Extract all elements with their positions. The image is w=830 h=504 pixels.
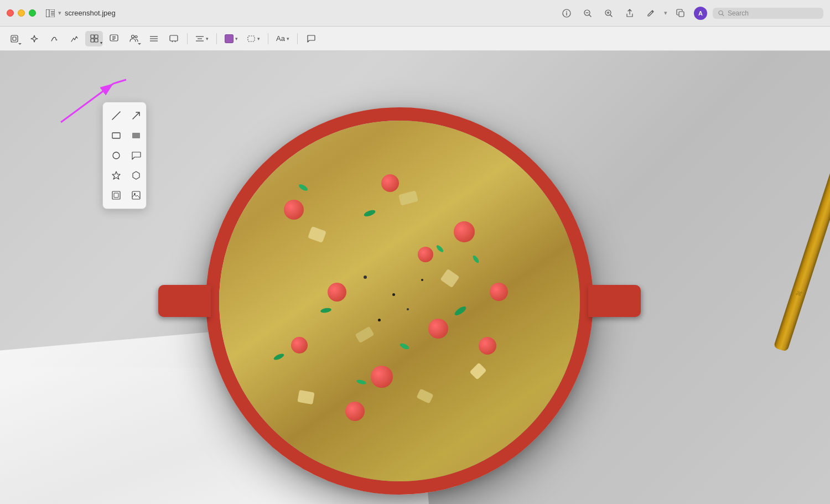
shape-item-speech-bubble[interactable] (127, 147, 145, 164)
svg-marker-45 (112, 172, 120, 179)
font-button[interactable]: Aa ▾ (273, 31, 293, 46)
svg-rect-15 (679, 12, 684, 17)
shape-item-arrow[interactable] (127, 107, 145, 124)
svg-marker-46 (133, 172, 139, 179)
traffic-lights (7, 9, 36, 17)
shapes-button[interactable]: ▾ (85, 31, 103, 46)
border-button[interactable]: ▾ (243, 31, 263, 46)
svg-rect-21 (95, 35, 98, 38)
shape-item-frame[interactable] (107, 186, 125, 204)
pan-handle-right (588, 285, 641, 317)
account-button[interactable]: A (694, 7, 707, 20)
magic-select-button[interactable] (25, 31, 43, 46)
font-label: Aa (276, 34, 285, 43)
svg-rect-33 (170, 35, 178, 41)
shape-item-circle[interactable] (107, 147, 125, 164)
zoom-in-button[interactable] (601, 6, 616, 21)
info-button[interactable] (559, 6, 574, 21)
fill-color-swatch (225, 34, 234, 43)
pencil-button[interactable] (643, 6, 658, 21)
fill-color-button[interactable]: ▾ (221, 31, 241, 46)
pencil-dropdown-chevron[interactable]: ▾ (664, 9, 667, 17)
title-bar: ▾ screenshot.jpeg (0, 0, 830, 27)
svg-rect-49 (132, 191, 140, 199)
shapes-dropdown (102, 102, 147, 209)
window-title: screenshot.jpeg (65, 9, 116, 17)
text-button[interactable] (105, 31, 123, 46)
svg-rect-19 (13, 37, 16, 40)
shape-item-rectangle[interactable] (107, 127, 125, 144)
search-icon (718, 10, 724, 17)
title-bar-actions: ▾ A (559, 6, 823, 21)
shape-item-hexagon[interactable] (127, 167, 145, 184)
search-input[interactable] (728, 9, 818, 17)
pan-food-base (219, 121, 580, 481)
main-content: ⌘ (0, 51, 830, 504)
shape-item-image[interactable] (127, 186, 145, 204)
svg-line-10 (589, 15, 591, 17)
duplicate-button[interactable] (673, 6, 688, 21)
zoom-out-button[interactable] (580, 6, 595, 21)
svg-line-40 (112, 112, 120, 119)
dropdown-chevron-icon[interactable]: ▾ (58, 9, 61, 17)
select-tool-button[interactable] (6, 31, 23, 46)
svg-rect-23 (95, 39, 98, 42)
separator-1 (187, 33, 188, 44)
screen-button[interactable] (165, 31, 183, 46)
lines-button[interactable] (145, 31, 163, 46)
svg-point-29 (135, 36, 137, 38)
pan-handle-left (158, 285, 211, 317)
sidebar-toggle-button[interactable] (43, 6, 58, 21)
svg-rect-20 (91, 35, 94, 38)
separator-4 (297, 33, 298, 44)
people-button[interactable] (125, 31, 143, 46)
share-button[interactable] (622, 6, 637, 21)
toolbar: ▾ (0, 27, 830, 51)
svg-line-14 (610, 15, 612, 17)
shape-item-line[interactable] (107, 107, 125, 124)
font-chevron: ▾ (287, 36, 289, 41)
svg-point-28 (132, 35, 134, 38)
svg-rect-48 (114, 193, 118, 198)
freehand-button[interactable] (45, 31, 63, 46)
svg-rect-42 (112, 133, 120, 138)
pan-outer (206, 107, 593, 495)
svg-rect-39 (248, 36, 255, 41)
search-bar[interactable] (713, 8, 823, 19)
svg-point-50 (134, 193, 136, 195)
fill-color-chevron: ▾ (235, 36, 238, 41)
svg-rect-43 (132, 133, 140, 138)
svg-rect-22 (91, 39, 94, 42)
svg-rect-0 (46, 9, 49, 17)
freehand2-button[interactable] (65, 31, 83, 46)
minimize-button[interactable] (18, 9, 25, 17)
svg-point-7 (566, 11, 567, 12)
svg-point-44 (113, 152, 120, 159)
shape-item-star[interactable] (107, 167, 125, 184)
close-button[interactable] (7, 9, 14, 17)
svg-line-41 (133, 113, 139, 119)
svg-rect-47 (112, 191, 120, 199)
fullscreen-button[interactable] (29, 9, 36, 17)
svg-line-17 (722, 14, 724, 15)
shape-item-rectangle-filled[interactable] (127, 127, 145, 144)
align-button[interactable]: ▾ (192, 31, 212, 46)
speech-button[interactable] (302, 31, 320, 46)
separator-2 (216, 33, 217, 44)
svg-rect-18 (11, 35, 18, 42)
separator-3 (268, 33, 268, 44)
